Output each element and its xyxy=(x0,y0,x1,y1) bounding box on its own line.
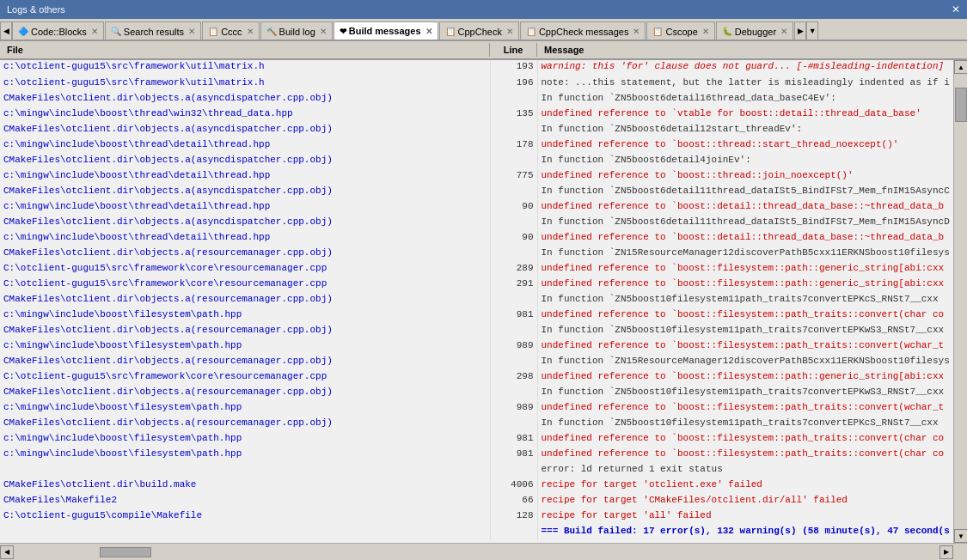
table-row[interactable]: CMakeFiles\otclient.dir\objects.a(resour… xyxy=(0,354,953,369)
cell-file: c:\mingw\include\boost\filesystem\path.h… xyxy=(0,400,490,416)
cell-message: In function `ZN5boost6detail11thread_dat… xyxy=(537,184,953,199)
scroll-thumb[interactable] xyxy=(955,88,967,122)
cell-message: In function `ZN5boost6detail16thread_dat… xyxy=(537,91,953,107)
content-area: c:\otclient-gugu15\src\framework\util\ma… xyxy=(0,60,967,543)
cell-message: undefined reference to `boost::filesyste… xyxy=(537,400,953,416)
table-row[interactable]: c:\mingw\include\boost\thread\detail\thr… xyxy=(0,230,953,246)
tab-search-results[interactable]: 🔍Search results✕ xyxy=(105,21,201,40)
tab-nav-menu[interactable]: ▼ xyxy=(806,21,818,40)
tab-label-cppcheck: CppCheck xyxy=(458,27,502,37)
table-row[interactable]: c:\mingw\include\boost\thread\win32\thre… xyxy=(0,107,953,122)
table-row[interactable]: CMakeFiles\otclient.dir\objects.a(resour… xyxy=(0,246,953,261)
tab-cccc[interactable]: 📋Cccc✕ xyxy=(202,21,259,40)
tab-nav-right[interactable]: ▶ xyxy=(794,21,806,40)
cell-message: undefined reference to `boost::filesyste… xyxy=(537,431,953,447)
tab-cscope[interactable]: 📋Cscope✕ xyxy=(646,21,714,40)
hscroll-left-btn[interactable]: ◀ xyxy=(0,545,14,559)
tab-label-search-results: Search results xyxy=(124,27,184,37)
tab-close-build-messages[interactable]: ✕ xyxy=(425,27,432,36)
cell-file: C:\otclient-gugu15\src\framework\core\re… xyxy=(0,277,490,292)
table-row[interactable]: c:\mingw\include\boost\filesystem\path.h… xyxy=(0,447,953,462)
table-row[interactable]: c:\mingw\include\boost\thread\detail\thr… xyxy=(0,199,953,215)
hscroll-thumb[interactable] xyxy=(100,547,151,557)
tab-icon-cppcheck-messages: 📋 xyxy=(526,27,536,36)
table-row[interactable]: C:\otclient-gugu15\src\framework\core\re… xyxy=(0,369,953,385)
cell-message: undefined reference to `boost::thread::s… xyxy=(537,137,953,153)
cell-file: c:\mingw\include\boost\filesystem\path.h… xyxy=(0,431,490,447)
table-row[interactable]: c:\mingw\include\boost\filesystem\path.h… xyxy=(0,307,953,323)
cell-line xyxy=(490,122,537,137)
cell-file: CMakeFiles\otclient.dir\objects.a(resour… xyxy=(0,292,490,307)
scroll-up-button[interactable]: ▲ xyxy=(954,60,967,74)
table-row[interactable]: c:\otclient-gugu15\src\framework\util\ma… xyxy=(0,76,953,91)
cell-file: CMakeFiles\otclient.dir\objects.a(asyncd… xyxy=(0,91,490,107)
close-button[interactable]: ✕ xyxy=(952,3,960,15)
tab-icon-cccc: 📋 xyxy=(208,27,218,36)
table-row[interactable]: === Build failed: 17 error(s), 132 warni… xyxy=(0,524,953,539)
column-header-row: File Line Message xyxy=(0,41,967,60)
cell-file: c:\mingw\include\boost\filesystem\path.h… xyxy=(0,338,490,354)
tab-close-search-results[interactable]: ✕ xyxy=(188,27,195,36)
tab-nav-left[interactable]: ◀ xyxy=(0,21,12,40)
table-row[interactable]: C:\otclient-gugu15\src\framework\core\re… xyxy=(0,261,953,277)
cell-file xyxy=(0,462,490,478)
vertical-scrollbar[interactable]: ▲ ▼ xyxy=(953,60,967,543)
tab-close-cccc[interactable]: ✕ xyxy=(247,27,254,36)
tab-debugger[interactable]: 🐛Debugger✕ xyxy=(716,21,793,40)
table-row[interactable]: CMakeFiles\Makefile2 66 recipe for targe… xyxy=(0,493,953,508)
cell-message: note: ...this statement, but the latter … xyxy=(537,76,953,91)
tab-close-cppcheck-messages[interactable]: ✕ xyxy=(633,27,640,36)
cell-line: 981 xyxy=(490,431,537,447)
cell-message: undefined reference to `boost::filesyste… xyxy=(537,277,953,292)
cell-message: undefined reference to `boost::filesyste… xyxy=(537,338,953,354)
cell-file: c:\mingw\include\boost\thread\detail\thr… xyxy=(0,199,490,215)
table-row[interactable]: CMakeFiles\otclient.dir\objects.a(resour… xyxy=(0,323,953,338)
cell-file: CMakeFiles\otclient.dir\objects.a(resour… xyxy=(0,385,490,400)
tab-cppcheck-messages[interactable]: 📋CppCheck messages✕ xyxy=(520,21,646,40)
table-row[interactable]: c:\mingw\include\boost\filesystem\path.h… xyxy=(0,400,953,416)
table-row[interactable]: CMakeFiles\otclient.dir\objects.a(resour… xyxy=(0,385,953,400)
hscroll-right-btn[interactable]: ▶ xyxy=(939,545,953,559)
cell-message: undefined reference to `boost::filesyste… xyxy=(537,307,953,323)
table-row[interactable]: CMakeFiles\otclient.dir\objects.a(resour… xyxy=(0,416,953,431)
table-row[interactable]: CMakeFiles\otclient.dir\objects.a(asyncd… xyxy=(0,122,953,137)
tab-close-cppcheck[interactable]: ✕ xyxy=(506,27,513,36)
tab-build-messages[interactable]: ❤Build messages✕ xyxy=(334,21,438,40)
tab-code-blocks[interactable]: 🔷Code::Blocks✕ xyxy=(12,21,104,40)
table-row[interactable]: C:\otclient-gugu15\compile\Makefile 128 … xyxy=(0,508,953,524)
table-row[interactable]: c:\mingw\include\boost\thread\detail\thr… xyxy=(0,137,953,153)
table-row[interactable]: CMakeFiles\otclient.dir\objects.a(asyncd… xyxy=(0,215,953,230)
table-row[interactable]: CMakeFiles\otclient.dir\objects.a(asyncd… xyxy=(0,91,953,107)
table-row[interactable]: c:\mingw\include\boost\filesystem\path.h… xyxy=(0,338,953,354)
tab-label-build-messages: Build messages xyxy=(349,26,421,36)
table-row[interactable]: c:\otclient-gugu15\src\framework\util\ma… xyxy=(0,60,953,76)
table-row[interactable]: CMakeFiles\otclient.dir\objects.a(asyncd… xyxy=(0,184,953,199)
tab-label-code-blocks: Code::Blocks xyxy=(31,27,87,37)
tab-close-cscope[interactable]: ✕ xyxy=(702,27,709,36)
table-row[interactable]: c:\mingw\include\boost\filesystem\path.h… xyxy=(0,431,953,447)
tab-close-debugger[interactable]: ✕ xyxy=(780,27,787,36)
tab-icon-cppcheck: 📋 xyxy=(445,27,456,36)
cell-file: c:\mingw\include\boost\filesystem\path.h… xyxy=(0,447,490,462)
tab-icon-build-messages: ❤ xyxy=(340,27,346,36)
cell-message: In function `ZN15ResourceManager12discov… xyxy=(537,246,953,261)
cell-file: CMakeFiles\otclient.dir\build.make xyxy=(0,478,490,493)
cell-file: C:\otclient-gugu15\src\framework\core\re… xyxy=(0,261,490,277)
tab-close-code-blocks[interactable]: ✕ xyxy=(91,27,98,36)
cell-line: 289 xyxy=(490,261,537,277)
cell-file: c:\otclient-gugu15\src\framework\util\ma… xyxy=(0,76,490,91)
table-row[interactable]: c:\mingw\include\boost\thread\detail\thr… xyxy=(0,168,953,184)
scroll-down-button[interactable]: ▼ xyxy=(954,529,967,543)
table-row[interactable]: error: ld returned 1 exit status xyxy=(0,462,953,478)
tab-close-build-log[interactable]: ✕ xyxy=(320,27,327,36)
table-row[interactable]: CMakeFiles\otclient.dir\objects.a(resour… xyxy=(0,292,953,307)
tab-bar: ◀ 🔷Code::Blocks✕🔍Search results✕📋Cccc✕🔨B… xyxy=(0,19,967,41)
tab-build-log[interactable]: 🔨Build log✕ xyxy=(260,21,333,40)
cell-message: undefined reference to `boost::detail::t… xyxy=(537,230,953,246)
table-row[interactable]: C:\otclient-gugu15\src\framework\core\re… xyxy=(0,277,953,292)
table-row[interactable]: CMakeFiles\otclient.dir\objects.a(asyncd… xyxy=(0,153,953,168)
cell-line xyxy=(490,215,537,230)
tab-cppcheck[interactable]: 📋CppCheck✕ xyxy=(439,21,519,40)
cell-message: === Build failed: 17 error(s), 132 warni… xyxy=(537,524,953,539)
table-row[interactable]: CMakeFiles\otclient.dir\build.make 4006 … xyxy=(0,478,953,493)
